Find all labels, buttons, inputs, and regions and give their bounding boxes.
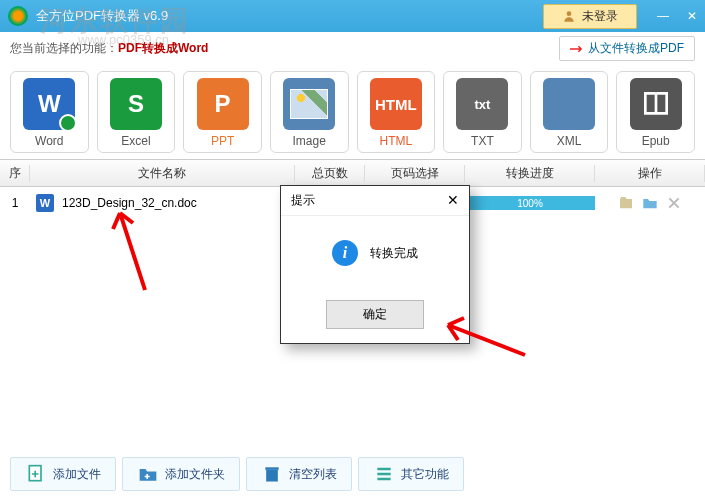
col-range: 页码选择 <box>365 165 465 182</box>
word-file-icon: W <box>36 194 54 212</box>
list-icon <box>373 464 395 484</box>
xml-icon <box>543 78 595 130</box>
word-icon: W <box>23 78 75 130</box>
tile-epub[interactable]: Epub <box>616 71 695 153</box>
convert-label: 从文件转换成PDF <box>588 40 684 57</box>
col-name: 文件名称 <box>30 165 295 182</box>
image-icon <box>283 78 335 130</box>
dialog-titlebar: 提示 ✕ <box>281 186 469 216</box>
dialog-close-icon[interactable]: ✕ <box>447 192 459 209</box>
svg-point-0 <box>567 11 572 16</box>
clear-list-button[interactable]: 清空列表 <box>246 457 352 491</box>
tile-html[interactable]: HTMLHTML <box>357 71 436 153</box>
tile-label: PPT <box>188 134 257 148</box>
tile-ppt[interactable]: PPPT <box>183 71 262 153</box>
tile-txt[interactable]: txtTXT <box>443 71 522 153</box>
col-ops: 操作 <box>595 165 705 182</box>
add-file-label: 添加文件 <box>53 466 101 483</box>
progress-bar: 100% <box>465 196 595 210</box>
remove-icon[interactable] <box>666 195 682 211</box>
open-folder-icon[interactable] <box>642 195 658 211</box>
login-button[interactable]: 未登录 <box>543 4 637 29</box>
epub-icon <box>630 78 682 130</box>
filename-text: 123D_Design_32_cn.doc <box>62 196 197 210</box>
add-folder-icon <box>137 464 159 484</box>
tile-xml[interactable]: XML <box>530 71 609 153</box>
other-functions-button[interactable]: 其它功能 <box>358 457 464 491</box>
close-button[interactable]: ✕ <box>687 9 697 23</box>
convert-from-file-button[interactable]: 从文件转换成PDF <box>559 36 695 61</box>
dialog: 提示 ✕ i 转换完成 确定 <box>280 185 470 344</box>
info-icon: i <box>332 240 358 266</box>
tile-label: HTML <box>362 134 431 148</box>
add-file-button[interactable]: 添加文件 <box>10 457 116 491</box>
table-header: 序 文件名称 总页数 页码选择 转换进度 操作 <box>0 159 705 187</box>
tile-label: Excel <box>102 134 171 148</box>
app-logo-icon <box>8 6 28 26</box>
tile-word[interactable]: WWord <box>10 71 89 153</box>
excel-icon: S <box>110 78 162 130</box>
html-icon: HTML <box>370 78 422 130</box>
col-progress: 转换进度 <box>465 165 595 182</box>
tile-label: TXT <box>448 134 517 148</box>
dialog-body: i 转换完成 <box>281 216 469 290</box>
format-tiles: WWordSExcelPPPTImageHTMLHTMLtxtTXTXMLEpu… <box>0 65 705 159</box>
svg-rect-2 <box>266 470 278 482</box>
row-progress: 100% <box>465 196 595 210</box>
add-file-icon <box>25 464 47 484</box>
open-file-icon[interactable] <box>618 195 634 211</box>
login-label: 未登录 <box>582 8 618 25</box>
watermark-url: www.pc0359.cn <box>78 32 169 47</box>
col-seq: 序 <box>0 165 30 182</box>
row-ops <box>595 195 705 211</box>
row-seq: 1 <box>0 196 30 210</box>
tile-label: Epub <box>621 134 690 148</box>
arrow-right-icon <box>570 44 584 54</box>
user-icon <box>562 9 576 23</box>
add-folder-button[interactable]: 添加文件夹 <box>122 457 240 491</box>
row-filename: W 123D_Design_32_cn.doc <box>30 194 295 212</box>
clear-label: 清空列表 <box>289 466 337 483</box>
tile-label: XML <box>535 134 604 148</box>
dialog-title: 提示 <box>291 192 315 209</box>
tile-label: Image <box>275 134 344 148</box>
tile-image[interactable]: Image <box>270 71 349 153</box>
dialog-message: 转换完成 <box>370 245 418 262</box>
tile-excel[interactable]: SExcel <box>97 71 176 153</box>
ppt-icon: P <box>197 78 249 130</box>
other-label: 其它功能 <box>401 466 449 483</box>
add-folder-label: 添加文件夹 <box>165 466 225 483</box>
minimize-button[interactable]: — <box>657 9 669 23</box>
dialog-footer: 确定 <box>281 290 469 343</box>
svg-rect-3 <box>265 467 278 470</box>
trash-icon <box>261 464 283 484</box>
col-pages: 总页数 <box>295 165 365 182</box>
txt-icon: txt <box>456 78 508 130</box>
window-controls: — ✕ <box>657 9 697 23</box>
bottom-toolbar: 添加文件 添加文件夹 清空列表 其它功能 <box>10 457 464 491</box>
tile-label: Word <box>15 134 84 148</box>
ok-button[interactable]: 确定 <box>326 300 424 329</box>
